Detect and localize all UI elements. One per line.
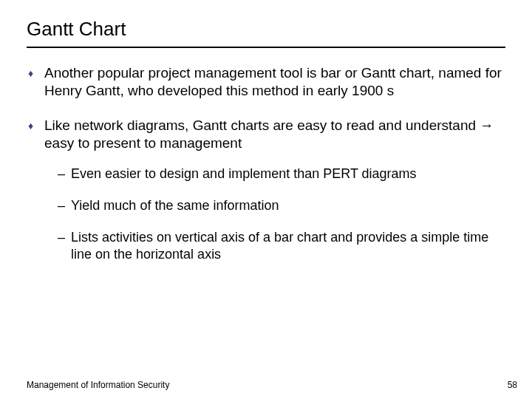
page-number: 58: [508, 380, 517, 390]
sub-text: Yield much of the same information: [71, 198, 279, 213]
footer-left: Management of Information Security: [27, 380, 169, 390]
sub-item: Lists activities on vertical axis of a b…: [58, 229, 505, 263]
sub-text: Even easier to design and implement than…: [71, 166, 417, 181]
slide: Gantt Chart Another popular project mana…: [0, 0, 532, 263]
sub-list: Even easier to design and implement than…: [58, 166, 505, 263]
slide-title: Gantt Chart: [27, 18, 505, 41]
bullet-item: Another popular project management tool …: [27, 64, 505, 100]
bullet-item: Like network diagrams, Gantt charts are …: [27, 117, 505, 264]
title-rule: [27, 47, 505, 48]
bullet-list: Another popular project management tool …: [27, 64, 505, 263]
sub-text: Lists activities on vertical axis of a b…: [71, 230, 488, 262]
bullet-text: Like network diagrams, Gantt charts are …: [44, 117, 494, 151]
sub-item: Yield much of the same information: [58, 197, 505, 214]
sub-item: Even easier to design and implement than…: [58, 166, 505, 183]
bullet-text: Another popular project management tool …: [44, 65, 502, 98]
